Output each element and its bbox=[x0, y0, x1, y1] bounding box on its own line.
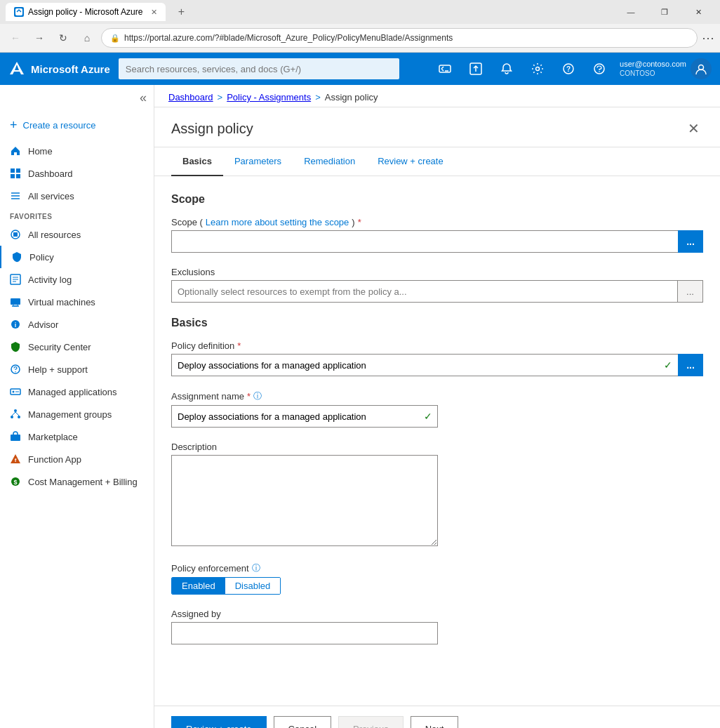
content-area: Dashboard > Policy - Assignments > Assig… bbox=[154, 85, 720, 728]
sidebar-collapse[interactable]: « bbox=[0, 85, 154, 111]
feedback-icon[interactable] bbox=[589, 58, 610, 79]
enforcement-disabled-option[interactable]: Disabled bbox=[225, 578, 281, 594]
activity-log-label: Activity log bbox=[28, 274, 72, 285]
breadcrumb-sep2: > bbox=[315, 92, 321, 102]
assigned-by-group: Assigned by bbox=[171, 609, 703, 644]
create-plus-icon: + bbox=[10, 118, 18, 133]
sidebar-item-dashboard[interactable]: Dashboard bbox=[0, 162, 154, 185]
sidebar-item-home[interactable]: Home bbox=[0, 140, 154, 162]
address-bar[interactable]: 🔒 https://portal.azure.com/?#blade/Micro… bbox=[101, 28, 698, 48]
svg-line-36 bbox=[15, 412, 19, 416]
breadcrumb-dashboard[interactable]: Dashboard bbox=[168, 92, 213, 102]
cancel-button[interactable]: Cancel bbox=[274, 716, 331, 728]
function-app-label: Function App bbox=[28, 454, 81, 465]
review-create-button[interactable]: Review + create bbox=[171, 716, 267, 728]
cloud-shell-icon[interactable] bbox=[434, 58, 455, 79]
help-icon[interactable]: ? bbox=[558, 58, 579, 79]
minimize-button[interactable]: — bbox=[615, 0, 647, 24]
tab-close-icon[interactable]: ✕ bbox=[151, 8, 157, 17]
all-resources-label: All resources bbox=[28, 230, 81, 240]
user-org: CONTOSO bbox=[620, 70, 686, 78]
new-tab-button[interactable]: + bbox=[171, 2, 191, 22]
policy-definition-select[interactable]: Deploy associations for a managed applic… bbox=[171, 354, 678, 376]
restore-button[interactable]: ❐ bbox=[648, 0, 681, 24]
assigned-by-label: Assigned by bbox=[171, 609, 703, 619]
refresh-button[interactable]: ↻ bbox=[53, 28, 73, 48]
breadcrumb-policy-assignments[interactable]: Policy - Assignments bbox=[227, 92, 311, 102]
sidebar-item-cost-billing[interactable]: $ Cost Management + Billing bbox=[0, 470, 154, 493]
panel-tabs: Basics Parameters Remediation Review + c… bbox=[154, 147, 720, 176]
exclusions-input[interactable] bbox=[172, 281, 677, 302]
back-button[interactable]: ← bbox=[6, 28, 25, 48]
sidebar-item-marketplace[interactable]: Marketplace bbox=[0, 425, 154, 448]
svg-rect-10 bbox=[11, 168, 15, 173]
breadcrumb-current: Assign policy bbox=[325, 92, 378, 102]
search-input[interactable] bbox=[119, 58, 399, 79]
managed-apps-label: Managed applications bbox=[28, 387, 116, 397]
assignment-name-info-icon[interactable]: ⓘ bbox=[253, 390, 262, 402]
sidebar-item-help-support[interactable]: Help + support bbox=[0, 358, 154, 380]
all-resources-icon bbox=[10, 229, 21, 240]
create-resource-button[interactable]: + Create a resource bbox=[0, 111, 154, 140]
policy-definition-value: Deploy associations for a managed applic… bbox=[178, 360, 366, 371]
panel-close-button[interactable]: ✕ bbox=[684, 119, 703, 138]
home-nav-button[interactable]: ⌂ bbox=[77, 28, 97, 48]
management-groups-icon bbox=[10, 409, 21, 420]
advisor-icon: i bbox=[10, 319, 21, 330]
policy-definition-browse-button[interactable]: ... bbox=[678, 354, 703, 376]
svg-rect-23 bbox=[11, 298, 20, 305]
sidebar-item-function-app[interactable]: f Function App bbox=[0, 448, 154, 470]
browser-nav: ← → ↻ ⌂ 🔒 https://portal.azure.com/?#bla… bbox=[0, 24, 720, 52]
assignment-name-check-icon: ✓ bbox=[424, 411, 432, 422]
sidebar-item-management-groups[interactable]: Management groups bbox=[0, 403, 154, 425]
description-input[interactable] bbox=[171, 455, 438, 546]
scope-learn-more-link[interactable]: Learn more about setting the scope bbox=[206, 217, 349, 227]
policy-enforcement-label: Policy enforcement ⓘ bbox=[171, 562, 703, 574]
sidebar-item-security-center[interactable]: Security Center bbox=[0, 336, 154, 358]
sidebar-item-all-resources[interactable]: All resources bbox=[0, 223, 154, 246]
tab-remediation[interactable]: Remediation bbox=[293, 147, 366, 176]
scope-input-group: ... bbox=[171, 230, 703, 253]
browser-menu-button[interactable]: ⋯ bbox=[702, 30, 714, 46]
exclusions-browse-button[interactable]: ... bbox=[677, 281, 702, 302]
sidebar-item-policy[interactable]: Policy bbox=[0, 246, 154, 268]
tab-review-create[interactable]: Review + create bbox=[366, 147, 455, 176]
sidebar-item-managed-apps[interactable]: Managed applications bbox=[0, 380, 154, 403]
user-menu[interactable]: user@contoso.com CONTOSO bbox=[620, 58, 712, 79]
enforcement-enabled-option[interactable]: Enabled bbox=[172, 578, 225, 594]
sidebar-item-virtual-machines[interactable]: Virtual machines bbox=[0, 291, 154, 313]
policy-enforcement-group: Policy enforcement ⓘ Enabled Disabled bbox=[171, 562, 703, 595]
svg-text:$: $ bbox=[13, 479, 17, 486]
policy-enforcement-info-icon[interactable]: ⓘ bbox=[252, 562, 260, 574]
upload-icon[interactable] bbox=[465, 58, 486, 79]
policy-enforcement-label-text: Policy enforcement bbox=[171, 563, 249, 574]
exclusions-label-text: Exclusions bbox=[171, 267, 215, 277]
collapse-icon[interactable]: « bbox=[140, 91, 147, 105]
svg-line-35 bbox=[12, 412, 15, 416]
svg-point-34 bbox=[18, 416, 20, 418]
tab-basics[interactable]: Basics bbox=[171, 147, 223, 176]
sidebar-item-activity-log[interactable]: Activity log bbox=[0, 268, 154, 291]
azure-search[interactable] bbox=[119, 58, 399, 79]
forward-button[interactable]: → bbox=[29, 28, 49, 48]
assigned-by-input[interactable] bbox=[171, 622, 438, 644]
assignment-name-input[interactable] bbox=[171, 405, 438, 428]
policy-enforcement-toggle[interactable]: Enabled Disabled bbox=[171, 577, 281, 595]
azure-logo[interactable]: Microsoft Azure bbox=[8, 60, 110, 77]
close-button[interactable]: ✕ bbox=[682, 0, 714, 24]
scope-label: Scope (Learn more about setting the scop… bbox=[171, 217, 703, 227]
assignment-name-label: Assignment name * ⓘ bbox=[171, 390, 703, 402]
marketplace-label: Marketplace bbox=[28, 432, 78, 442]
sidebar-item-advisor[interactable]: i Advisor bbox=[0, 313, 154, 336]
notification-icon[interactable] bbox=[496, 58, 517, 79]
window-controls: — ❐ ✕ bbox=[615, 0, 714, 24]
next-button[interactable]: Next bbox=[411, 716, 459, 728]
vm-icon bbox=[10, 296, 21, 307]
scope-browse-button[interactable]: ... bbox=[678, 230, 703, 253]
scope-input[interactable] bbox=[171, 230, 678, 253]
settings-icon[interactable] bbox=[527, 58, 548, 79]
sidebar-item-all-services[interactable]: All services bbox=[0, 185, 154, 207]
svg-point-30 bbox=[13, 391, 15, 393]
tab-parameters[interactable]: Parameters bbox=[223, 147, 293, 176]
browser-tab[interactable]: Assign policy - Microsoft Azure ✕ bbox=[6, 3, 166, 21]
